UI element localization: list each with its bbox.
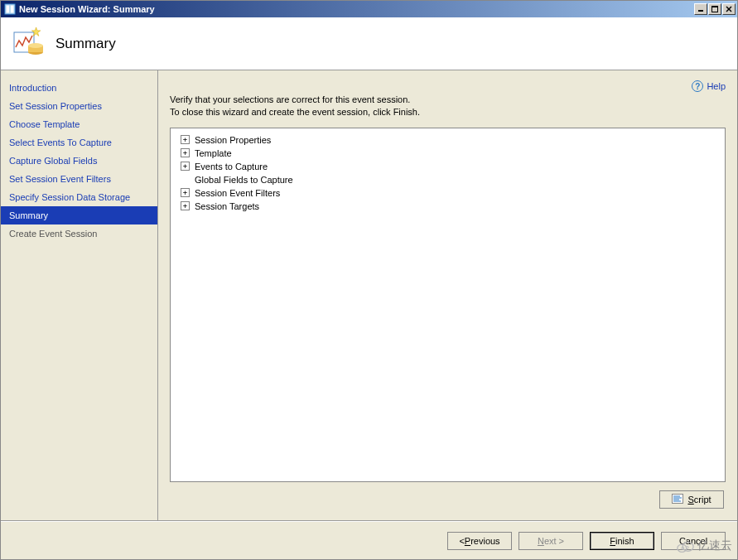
tree-node-global-fields-to-capture[interactable]: Global Fields to Capture — [177, 173, 718, 186]
footer: < Previous Next > Finish Cancel — [1, 521, 737, 559]
cancel-button[interactable]: Cancel — [661, 532, 726, 550]
tree-node-events-to-capture[interactable]: + Events to Capture — [177, 160, 718, 173]
tree-node-label: Session Event Filters — [193, 188, 280, 198]
script-icon — [672, 494, 683, 505]
help-label: Help — [707, 81, 726, 91]
next-rest: ext > — [544, 536, 564, 546]
help-link[interactable]: ? Help — [692, 80, 726, 92]
sidebar-item-capture-global-fields[interactable]: Capture Global Fields — [1, 152, 157, 170]
tree-node-label: Session Targets — [193, 201, 259, 211]
tree-node-label: Global Fields to Capture — [193, 175, 293, 185]
svg-rect-2 — [11, 6, 14, 13]
instructions-line1: Verify that your selections are correct … — [170, 94, 726, 106]
sidebar-item-set-session-event-filters[interactable]: Set Session Event Filters — [1, 170, 157, 188]
tree-node-session-targets[interactable]: + Session Targets — [177, 200, 718, 213]
sidebar-item-choose-template[interactable]: Choose Template — [1, 115, 157, 133]
sidebar-item-introduction[interactable]: Introduction — [1, 79, 157, 97]
summary-icon — [12, 27, 46, 60]
page-title: Summary — [55, 36, 116, 52]
minimize-button[interactable] — [694, 3, 707, 15]
expand-icon[interactable]: + — [181, 148, 190, 157]
tree-node-session-properties[interactable]: + Session Properties — [177, 133, 718, 147]
wizard-window: New Session Wizard: Summary Summary Intr… — [0, 0, 738, 560]
sidebar-item-specify-session-data-storage[interactable]: Specify Session Data Storage — [1, 188, 157, 206]
previous-key: P — [465, 536, 470, 546]
app-icon — [4, 3, 16, 15]
window-title: New Session Wizard: Summary — [19, 4, 694, 14]
sidebar-item-set-session-properties[interactable]: Set Session Properties — [1, 97, 157, 115]
next-key: N — [538, 536, 544, 546]
finish-key: F — [610, 536, 615, 546]
tree-node-session-event-filters[interactable]: + Session Event Filters — [177, 186, 718, 200]
sidebar-item-create-event-session: Create Event Session — [1, 224, 157, 243]
script-row: Script — [170, 482, 726, 512]
previous-button[interactable]: < Previous — [447, 532, 512, 550]
titlebar: New Session Wizard: Summary — [1, 1, 737, 17]
maximize-button[interactable] — [708, 3, 721, 15]
expand-icon[interactable]: + — [181, 162, 190, 171]
expand-icon[interactable]: + — [181, 135, 190, 144]
script-button[interactable]: Script — [659, 490, 724, 509]
sidebar-item-select-events-to-capture[interactable]: Select Events To Capture — [1, 133, 157, 152]
sidebar-item-summary[interactable]: Summary — [1, 206, 157, 224]
header: Summary — [1, 17, 737, 70]
sidebar: Introduction Set Session Properties Choo… — [1, 70, 158, 520]
expand-icon[interactable]: + — [181, 188, 190, 197]
script-key: S — [687, 495, 693, 504]
help-row: ? Help — [170, 80, 726, 92]
expand-icon[interactable]: + — [181, 201, 190, 210]
svg-point-11 — [28, 43, 43, 48]
close-button[interactable] — [722, 3, 736, 15]
previous-rest: revious — [470, 536, 499, 546]
script-label-rest: cript — [694, 495, 711, 504]
tree-node-label: Session Properties — [193, 135, 271, 145]
content: ? Help Verify that your selections are c… — [158, 70, 737, 520]
finish-rest: inish — [615, 536, 634, 546]
svg-rect-1 — [7, 6, 10, 13]
help-icon: ? — [692, 80, 703, 92]
tree-node-template[interactable]: + Template — [177, 147, 718, 160]
tree-node-label: Template — [193, 148, 232, 158]
tree-node-label: Events to Capture — [193, 162, 268, 171]
window-controls — [694, 3, 736, 15]
summary-tree[interactable]: + Session Properties + Template + Events… — [170, 128, 726, 482]
instructions: Verify that your selections are correct … — [170, 94, 726, 119]
svg-rect-13 — [673, 495, 683, 504]
finish-button[interactable]: Finish — [590, 532, 654, 550]
instructions-line2: To close this wizard and create the even… — [170, 106, 726, 118]
next-button: Next > — [519, 532, 583, 550]
body: Introduction Set Session Properties Choo… — [1, 70, 737, 521]
